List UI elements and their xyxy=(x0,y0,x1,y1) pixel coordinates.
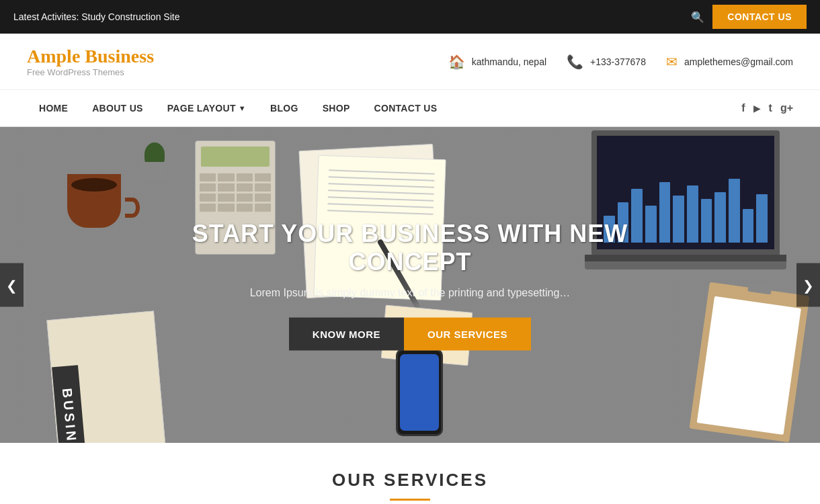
newspaper-title: BUSINESS xyxy=(52,365,89,443)
nav-links: HOME ABOUT US PAGE LAYOUT ▼ BLOG SHOP CO… xyxy=(27,90,449,127)
site-header: Ample Business Free WordPress Themes 🏠 k… xyxy=(0,34,820,90)
address-text: kathmandu, nepal xyxy=(472,56,546,67)
chart-bar xyxy=(729,179,740,243)
nav-page-layout[interactable]: PAGE LAYOUT ▼ xyxy=(155,90,258,127)
hero-title: START YOUR BUSINESS WITH NEW CONCEPT xyxy=(141,220,679,276)
chart-bar xyxy=(756,194,768,243)
nav-blog[interactable]: BLOG xyxy=(258,90,311,127)
contact-us-topbar-button[interactable]: CONTACT US xyxy=(712,5,807,29)
site-title[interactable]: Ample Business xyxy=(27,46,154,67)
nav-contact[interactable]: CONTACT US xyxy=(362,90,450,127)
nav-about[interactable]: ABOUT US xyxy=(80,90,155,127)
hero-subtitle: Lorem Ipsum is simply dummy text of the … xyxy=(141,287,679,299)
top-bar: Latest Activites: Study Construction Sit… xyxy=(0,0,820,34)
hero-content: START YOUR BUSINESS WITH NEW CONCEPT Lor… xyxy=(141,220,679,351)
twitter-icon[interactable]: t xyxy=(769,102,772,114)
nav-home[interactable]: HOME xyxy=(27,90,80,127)
nav-bar: HOME ABOUT US PAGE LAYOUT ▼ BLOG SHOP CO… xyxy=(0,90,820,127)
nav-shop[interactable]: SHOP xyxy=(311,90,362,127)
facebook-icon[interactable]: f xyxy=(741,102,745,114)
services-divider xyxy=(390,499,430,501)
services-section: OUR SERVICES xyxy=(0,443,820,504)
search-icon[interactable]: 🔍 xyxy=(691,11,704,24)
latest-activities: Latest Activites: Study Construction Sit… xyxy=(13,11,179,22)
phone-icon: 📞 xyxy=(567,54,583,70)
phone-hands xyxy=(396,349,443,436)
chart-bar xyxy=(701,199,712,243)
social-icons: f ▶ t g+ xyxy=(741,102,793,114)
our-services-button[interactable]: OUR SERVICES xyxy=(404,318,531,351)
email-item: ✉ amplethemes@gmail.com xyxy=(666,54,793,70)
phone-device xyxy=(396,349,443,436)
top-bar-right: 🔍 CONTACT US xyxy=(691,5,807,29)
clipboard xyxy=(689,282,809,443)
coffee-cup xyxy=(67,161,128,228)
youtube-icon[interactable]: ▶ xyxy=(753,103,761,114)
know-more-button[interactable]: KNOW MORE xyxy=(289,318,404,351)
chart-bar xyxy=(714,192,726,243)
services-title: OUR SERVICES xyxy=(13,470,807,491)
chevron-down-icon: ▼ xyxy=(239,104,246,112)
hero-buttons: KNOW MORE OUR SERVICES xyxy=(141,318,679,351)
site-tagline: Free WordPress Themes xyxy=(27,67,154,77)
google-plus-icon[interactable]: g+ xyxy=(780,102,793,114)
phone-item: 📞 +133-377678 xyxy=(567,54,646,70)
prev-arrow[interactable]: ❮ xyxy=(0,263,24,307)
email-text: amplethemes@gmail.com xyxy=(684,56,793,67)
address-item: 🏠 kathmandu, nepal xyxy=(448,54,546,70)
phone-text: +133-377678 xyxy=(590,56,646,67)
next-arrow[interactable]: ❯ xyxy=(796,263,820,307)
chart-bar xyxy=(687,185,698,243)
email-icon: ✉ xyxy=(666,54,678,70)
home-icon: 🏠 xyxy=(448,54,465,70)
hero-section: CASHBOOK BUSINESS ❮ ❯ START YO xyxy=(0,127,820,443)
chart-bar xyxy=(743,209,754,243)
plant xyxy=(134,134,175,181)
header-contact: 🏠 kathmandu, nepal 📞 +133-377678 ✉ ample… xyxy=(448,54,793,70)
logo-area: Ample Business Free WordPress Themes xyxy=(27,46,154,77)
